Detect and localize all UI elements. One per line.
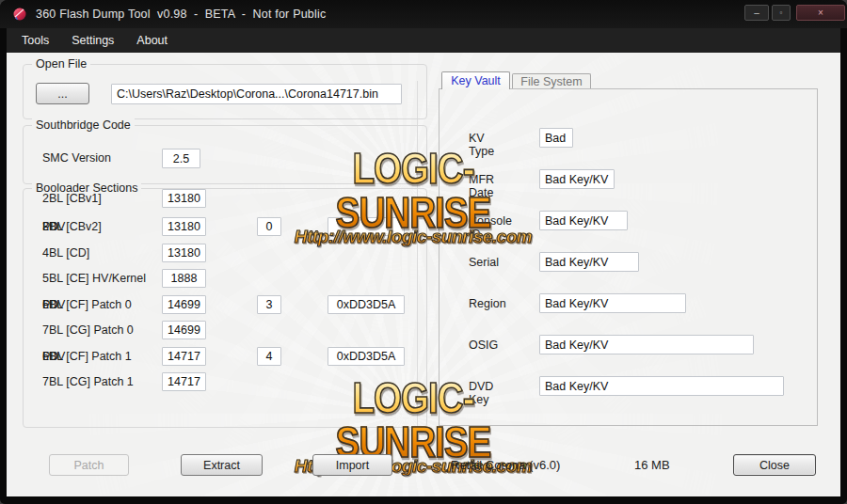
menu-tools[interactable]: Tools (12, 31, 58, 50)
browse-button[interactable]: ... (36, 83, 89, 104)
bl-6bl-p0-pd-field[interactable]: 0xDD3D5A (328, 295, 405, 314)
key-vault-panel: KV Type Bad MFR Date Bad Key/KV Console … (439, 88, 818, 426)
bootloader-row: 4BL [CD] 13180 (24, 244, 426, 263)
osig-label: OSIG (469, 339, 498, 352)
region-label: Region (469, 297, 506, 310)
bootloader-row: 6BL [CF] Patch 1 14717 LDV 4 PD 0xDD3D5A (24, 347, 426, 367)
serial-field[interactable]: Bad Key/KV (539, 252, 639, 272)
bl-6bl-p1-field[interactable]: 14717 (162, 347, 206, 366)
bootloader-group: Booloader Sections 2BL [CBv1] 13180 3BL … (23, 188, 427, 428)
console-type-label: Retail Corona (v6.0) (451, 458, 560, 472)
menu-about[interactable]: About (127, 31, 177, 50)
southbridge-group-label: Southbridge Code (32, 118, 135, 133)
titlebar: 360 Flash Dump Tool v0.98 - BETA - Not f… (0, 0, 847, 28)
bootloader-row: 7BL [CG] Patch 1 14717 (24, 372, 426, 392)
file-path-field[interactable]: C:\Users\Raz\Desktop\Corona...\Corona147… (111, 84, 402, 104)
bl-6bl-p1-ldv-field[interactable]: 4 (257, 347, 281, 366)
serial-label: Serial (469, 256, 499, 269)
minimize-button[interactable]: – (744, 5, 769, 21)
pd-label: PD (42, 220, 58, 233)
client-area: Open File ... C:\Users\Raz\Desktop\Coron… (7, 53, 840, 496)
maximize-icon: ▫ (780, 8, 783, 17)
extract-button[interactable]: Extract (181, 454, 263, 476)
bl-4bl-field[interactable]: 13180 (162, 244, 206, 262)
smc-version-field[interactable]: 2.5 (162, 149, 200, 168)
bl-7bl-p0-label: 7BL [CG] Patch 0 (42, 323, 134, 337)
mfr-date-field[interactable]: Bad Key/KV (539, 169, 615, 189)
bl-3bl-pd-field[interactable] (328, 217, 405, 236)
dvd-key-label: DVD Key (469, 380, 493, 406)
bl-3bl-ldv-field[interactable]: 0 (257, 217, 281, 236)
dvd-key-field[interactable]: Bad Key/KV (539, 376, 784, 396)
bl-5bl-label: 5BL [CE] HV/Kernel (42, 272, 146, 285)
bl-7bl-p0-field[interactable]: 14699 (162, 321, 206, 339)
bl-7bl-p1-label: 7BL [CG] Patch 1 (42, 375, 134, 388)
smc-version-label: SMC Version (42, 151, 111, 165)
bootloader-row: 5BL [CE] HV/Kernel 1888 (24, 269, 426, 289)
console-id-label: Console ID (469, 214, 512, 241)
southbridge-group: Southbridge Code SMC Version 2.5 (23, 125, 427, 184)
mfr-date-label: MFR Date (469, 173, 494, 199)
bl-6bl-p0-field[interactable]: 14699 (162, 295, 206, 314)
bootloader-row: 6BL [CF] Patch 0 14699 LDV 3 PD 0xDD3D5A (24, 295, 426, 315)
bl-2bl-label: 2BL [CBv1] (42, 192, 102, 205)
bl-4bl-label: 4BL [CD] (42, 246, 89, 260)
bl-6bl-p0-ldv-field[interactable]: 3 (257, 295, 281, 314)
kv-type-label: KV Type (469, 132, 494, 158)
app-icon (12, 7, 27, 22)
close-window-button[interactable]: × (796, 5, 845, 21)
patch-button[interactable]: Patch (49, 454, 129, 476)
pd-label: PD (42, 298, 58, 311)
bootloader-row: 2BL [CBv1] 13180 (24, 189, 426, 209)
window-title: 360 Flash Dump Tool v0.98 - BETA - Not f… (36, 8, 326, 21)
bl-6bl-p1-pd-field[interactable]: 0xDD3D5A (328, 347, 405, 366)
open-file-group: Open File ... C:\Users\Raz\Desktop\Coron… (23, 64, 427, 119)
import-button[interactable]: Import (312, 454, 392, 476)
tab-file-system[interactable]: File System (512, 73, 591, 88)
kv-type-field[interactable]: Bad (539, 128, 573, 148)
menubar: Tools Settings About (7, 28, 840, 53)
maximize-button[interactable]: ▫ (772, 5, 791, 21)
bootloader-row: 3BL [CBv2] 13180 LDV 0 PD (24, 217, 426, 237)
pd-label: PD (42, 350, 58, 363)
bootloader-row: 7BL [CG] Patch 0 14699 (24, 321, 426, 340)
bl-5bl-field[interactable]: 1888 (162, 269, 206, 288)
nand-size-label: 16 MB (634, 458, 670, 472)
minimize-icon: – (754, 8, 759, 18)
bl-3bl-field[interactable]: 13180 (162, 217, 206, 236)
open-file-group-label: Open File (32, 57, 90, 71)
app-window: 360 Flash Dump Tool v0.98 - BETA - Not f… (0, 0, 847, 504)
bl-2bl-field[interactable]: 13180 (162, 189, 206, 208)
menu-settings[interactable]: Settings (62, 31, 123, 50)
console-id-field[interactable]: Bad Key/KV (539, 211, 628, 230)
close-button[interactable]: Close (733, 454, 816, 476)
close-icon: × (818, 8, 823, 18)
tab-key-vault[interactable]: Key Vault (441, 71, 510, 89)
region-field[interactable]: Bad Key/KV (539, 293, 686, 313)
osig-field[interactable]: Bad Key/KV (539, 335, 754, 354)
bl-7bl-p1-field[interactable]: 14717 (162, 372, 206, 391)
